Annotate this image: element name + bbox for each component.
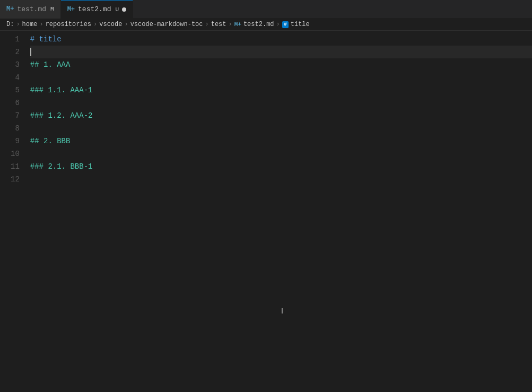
line-num-1: 1 [11,33,20,46]
line-num-10: 10 [11,147,20,160]
tab-icon-test-md: M+ [6,5,14,13]
tab-bar: M+ test.md M M+ test2.md U [0,0,532,19]
line-num-6: 6 [11,97,20,109]
breadcrumb-sep-3: › [93,21,97,28]
breadcrumb-item-title: title [291,21,310,28]
line-num-2: 2 [11,46,20,58]
code-line-5: ### 1.1. AAA-1 [30,84,532,97]
tab-label-test-md: test.md [17,5,46,13]
code-line-10 [30,147,532,160]
breadcrumb-item-repositories[interactable]: repositories [46,21,91,28]
line-num-3: 3 [11,58,20,71]
breadcrumb-item-vscode[interactable]: vscode [99,21,122,28]
ibeam-cursor: I [281,307,283,315]
breadcrumb-sep-4: › [124,21,128,28]
tab-modified-dot [122,7,126,12]
tab-badge-test2-md: U [115,6,119,13]
tab-test-md[interactable]: M+ test.md M [0,0,61,19]
tab-badge-test-md: M [50,6,54,12]
code-line-12 [30,173,532,186]
code-content-5: ### 1.1. AAA-1 [30,84,93,97]
breadcrumb-item-drive: D: [6,21,14,28]
code-content-1: # title [30,33,62,46]
breadcrumb-sep-2: › [39,21,43,28]
line-num-12: 12 [11,173,20,186]
code-line-11: ### 2.1. BBB-1 [30,160,532,173]
breadcrumb-item-vscode-markdown-toc[interactable]: vscode-markdown-toc [130,21,203,28]
breadcrumb-sep-1: › [16,21,20,28]
breadcrumb-item-home[interactable]: home [22,21,38,28]
editor[interactable]: 1 2 3 4 5 6 7 8 9 10 11 12 # title ## 1.… [0,31,532,389]
tab-label-test2-md: test2.md [78,5,111,13]
breadcrumb-sep-6: › [229,21,232,28]
breadcrumb-symbol-icon: # [282,21,289,28]
line-numbers: 1 2 3 4 5 6 7 8 9 10 11 12 [0,33,28,389]
code-content-7: ### 1.2. AAA-2 [30,109,93,122]
tab-icon-test2-md: M+ [67,6,75,13]
code-content-11: ### 2.1. BBB-1 [30,160,93,173]
editor-content: 1 2 3 4 5 6 7 8 9 10 11 12 # title ## 1.… [0,31,532,389]
line-num-11: 11 [11,160,20,173]
code-line-4 [30,71,532,84]
code-lines: # title ## 1. AAA ### 1.1. AAA-1 ### 1.2… [28,33,532,389]
tab-test2-md[interactable]: M+ test2.md U [61,0,133,19]
line-num-7: 7 [11,109,20,122]
breadcrumb-md-icon: M+ [234,21,241,28]
code-line-3: ## 1. AAA [30,58,532,71]
breadcrumb: D: › home › repositories › vscode › vsco… [0,19,532,31]
line-num-5: 5 [11,84,20,97]
code-line-6 [30,97,532,109]
breadcrumb-sep-7: › [276,21,280,28]
breadcrumb-item-test2md[interactable]: test2.md [243,21,274,28]
code-line-2 [30,46,532,58]
line-num-8: 8 [11,122,20,135]
line-num-9: 9 [11,135,20,147]
line-num-4: 4 [11,71,20,84]
text-cursor-blink [30,48,31,56]
code-line-9: ## 2. BBB [30,135,532,147]
breadcrumb-sep-5: › [205,21,209,28]
code-line-7: ### 1.2. AAA-2 [30,109,532,122]
code-line-8 [30,122,532,135]
breadcrumb-item-test[interactable]: test [211,21,226,28]
code-content-3: ## 1. AAA [30,58,71,71]
code-content-9: ## 2. BBB [30,135,71,147]
code-line-1: # title [30,33,532,46]
